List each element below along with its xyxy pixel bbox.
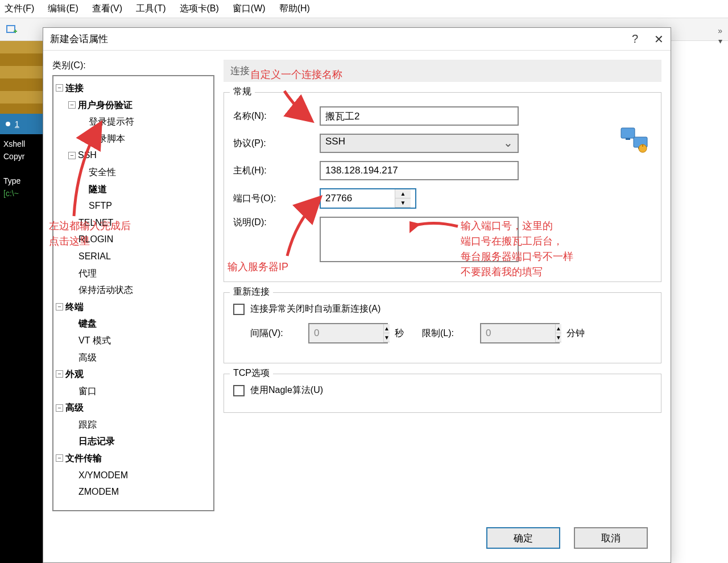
terminal-line: Type	[3, 175, 39, 187]
arrow-icon	[65, 119, 117, 222]
tree-xymodem[interactable]: X/YMODEM	[78, 467, 128, 484]
cancel-button[interactable]: 取消	[574, 527, 648, 549]
nagle-checkbox[interactable]	[233, 385, 245, 396]
reconnect-group: 重新连接 连接异常关闭时自动重新连接(A) 间隔(V): ▲▼ 秒 限制(L):	[224, 292, 661, 363]
svg-rect-4	[626, 138, 630, 140]
tcp-group: TCP选项 使用Nagle算法(U)	[224, 374, 661, 413]
tree-vt[interactable]: VT 模式	[78, 332, 111, 349]
spin-down-icon[interactable]: ▼	[395, 198, 411, 208]
terminal-prompt: [c:\~	[3, 187, 39, 200]
arrow-icon	[410, 215, 461, 238]
reconnect-legend: 重新连接	[230, 286, 273, 298]
terminal-line: Copyr	[3, 150, 39, 163]
nagle-label: 使用Nagle算法(U)	[250, 384, 323, 396]
tree-appearance[interactable]: 外观	[65, 366, 84, 383]
interval-spinner: ▲▼	[308, 323, 388, 343]
ok-button[interactable]: 确定	[486, 527, 560, 549]
host-label: 主机(H):	[233, 165, 313, 177]
general-legend: 常规	[230, 86, 255, 98]
menu-help[interactable]: 帮助(H)	[279, 3, 310, 15]
limit-spinner: ▲▼	[480, 323, 560, 343]
interval-unit: 秒	[395, 328, 404, 340]
svg-rect-8	[642, 144, 643, 147]
collapse-icon[interactable]: −	[56, 84, 63, 92]
session-properties-dialog: 新建会话属性 ? ✕ 类别(C): −连接 −用户身份验证 登录提示符 登录脚本…	[43, 27, 671, 563]
new-session-icon[interactable]	[5, 23, 18, 36]
svg-rect-3	[621, 128, 635, 138]
tree-advanced-term[interactable]: 高级	[78, 349, 97, 366]
tree-advanced[interactable]: 高级	[65, 399, 84, 416]
help-icon[interactable]: ?	[632, 32, 638, 45]
tree-logging[interactable]: 日志记录	[78, 433, 115, 450]
auto-reconnect-label: 连接异常关闭时自动重新连接(A)	[250, 303, 380, 315]
toolbar-overflow[interactable]: » ▾	[718, 26, 722, 45]
dialog-titlebar: 新建会话属性 ? ✕	[43, 28, 671, 51]
limit-unit: 分钟	[566, 328, 585, 340]
limit-label: 限制(L):	[422, 328, 473, 340]
protocol-select[interactable]: SSH	[320, 134, 519, 153]
tree-connection[interactable]: 连接	[65, 80, 84, 97]
terminal[interactable]: Xshell Copyr Type [c:\~	[0, 134, 43, 563]
collapse-icon[interactable]: −	[56, 303, 63, 311]
collapse-icon[interactable]: −	[56, 454, 63, 462]
host-input[interactable]	[320, 161, 519, 180]
tree-serial[interactable]: SERIAL	[78, 248, 111, 265]
category-label: 类别(C):	[52, 60, 214, 72]
collapse-icon[interactable]: −	[68, 101, 76, 109]
tree-filetransfer[interactable]: 文件传输	[65, 450, 102, 467]
tree-rlogin[interactable]: RLOGIN	[78, 231, 113, 248]
interval-label: 间隔(V):	[250, 328, 301, 340]
menubar: 文件(F) 编辑(E) 查看(V) 工具(T) 选项卡(B) 窗口(W) 帮助(…	[0, 0, 728, 18]
tab-label: 1	[15, 119, 19, 129]
auto-reconnect-checkbox[interactable]	[233, 304, 245, 315]
tree-terminal[interactable]: 终端	[65, 299, 84, 316]
interval-input	[309, 324, 383, 342]
tab-status-dot	[6, 122, 10, 126]
chevron-right-icon: »	[718, 26, 722, 35]
name-input[interactable]	[320, 106, 519, 126]
spin-down-icon: ▼	[556, 333, 561, 342]
arrow-icon	[279, 85, 324, 131]
menu-window[interactable]: 窗口(W)	[233, 3, 266, 15]
menu-tabs[interactable]: 选项卡(B)	[180, 3, 219, 15]
protocol-label: 协议(P):	[233, 138, 313, 150]
tree-auth[interactable]: 用户身份验证	[78, 97, 133, 114]
background-stripes	[0, 41, 43, 114]
close-icon[interactable]: ✕	[654, 32, 664, 46]
spin-up-icon: ▲	[384, 324, 390, 333]
dialog-title: 新建会话属性	[50, 32, 108, 45]
tree-trace[interactable]: 跟踪	[78, 416, 97, 433]
spin-down-icon: ▼	[384, 333, 390, 342]
terminal-line: Xshell	[3, 138, 39, 150]
tcp-legend: TCP选项	[230, 367, 273, 379]
menu-edit[interactable]: 编辑(E)	[48, 3, 78, 15]
chevron-down-icon: ▾	[718, 36, 722, 45]
section-header: 连接	[224, 60, 661, 82]
svg-rect-0	[7, 26, 15, 32]
tree-window[interactable]: 窗口	[78, 383, 97, 400]
spin-up-icon[interactable]: ▲	[395, 189, 411, 198]
tree-keyboard[interactable]: 键盘	[78, 315, 97, 332]
limit-input	[481, 324, 555, 342]
menu-tools[interactable]: 工具(T)	[136, 3, 166, 15]
menu-view[interactable]: 查看(V)	[92, 3, 122, 15]
collapse-icon[interactable]: −	[56, 370, 63, 378]
arrow-icon	[279, 193, 336, 262]
spin-up-icon: ▲	[556, 324, 561, 333]
tree-proxy[interactable]: 代理	[78, 265, 97, 282]
dialog-footer: 确定 取消	[43, 520, 671, 562]
tree-zmodem[interactable]: ZMODEM	[78, 483, 119, 500]
collapse-icon[interactable]: −	[56, 404, 63, 412]
menu-file[interactable]: 文件(F)	[5, 3, 34, 15]
connection-icon	[620, 127, 651, 156]
tree-keepalive[interactable]: 保持活动状态	[78, 282, 133, 299]
